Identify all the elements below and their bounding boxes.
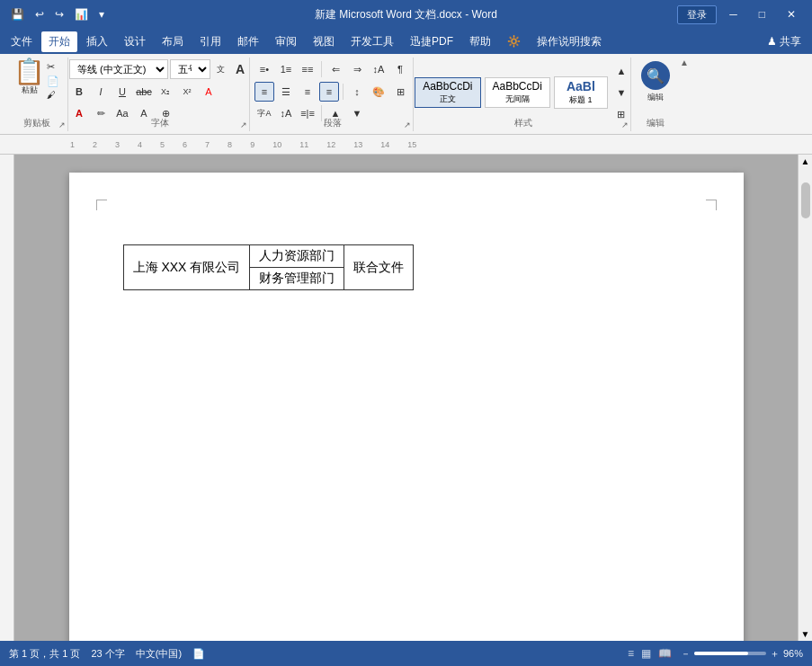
subscript-button[interactable]: X₂ <box>156 82 175 102</box>
copy-button[interactable]: 📄 <box>47 75 59 87</box>
line-spacing-btn[interactable]: ↕ <box>347 82 367 102</box>
styles-expand-btn[interactable]: ↗ <box>621 120 629 129</box>
restore-button[interactable]: □ <box>750 4 774 24</box>
search-button[interactable]: 🔍 <box>641 61 670 90</box>
document-area: 上海 XXX 有限公司 人力资源部门 财务管理部门 联合文件 ▲ ▼ <box>0 155 812 641</box>
wen-btn[interactable]: 文 <box>212 59 228 79</box>
borders-btn[interactable]: ⊞ <box>390 82 410 102</box>
clipboard-expand[interactable]: ↗ <box>58 120 66 129</box>
shading-btn[interactable]: 🎨 <box>369 82 388 102</box>
menu-insert[interactable]: 插入 <box>79 31 115 52</box>
menu-design[interactable]: 设计 <box>117 31 153 52</box>
zoom-in-btn[interactable]: ＋ <box>770 647 780 661</box>
scrollbar-thumb[interactable] <box>801 182 810 218</box>
scrollbar-right[interactable]: ▲ ▼ <box>798 155 812 641</box>
language: 中文(中国) <box>136 647 182 661</box>
paragraph-expand[interactable]: ↗ <box>404 120 411 129</box>
align-right-btn[interactable]: ≡ <box>298 82 317 102</box>
ribbon-group-styles: AaBbCcDi 正文 AaBbCcDi 无间隔 AaBl 标题 1 ▲ ▼ <box>415 58 631 131</box>
format-painter-button[interactable]: 🖌 <box>47 90 59 100</box>
view-mode-buttons: ≡ ▦ 📖 <box>626 645 674 662</box>
table-cell-joint[interactable]: 联合文件 <box>344 245 414 290</box>
decrease-indent-btn[interactable]: ⇐ <box>326 59 345 79</box>
font-grow-btn[interactable]: A <box>230 59 250 79</box>
menu-help[interactable]: 帮助 <box>462 31 498 52</box>
font-expand[interactable]: ↗ <box>240 120 247 129</box>
styles-scroll-down[interactable]: ▼ <box>611 83 631 102</box>
menu-home[interactable]: 开始 <box>41 31 77 52</box>
table-cell-finance[interactable]: 财务管理部门 <box>250 268 344 289</box>
table-cell-departments[interactable]: 人力资源部门 财务管理部门 <box>250 245 344 290</box>
table-cell-company[interactable]: 上海 XXX 有限公司 <box>123 245 250 290</box>
save-icon[interactable]: 💾 <box>7 6 28 22</box>
superscript-button[interactable]: X² <box>177 82 197 102</box>
clear-format-button[interactable]: A <box>199 82 219 102</box>
align-center-btn[interactable]: ☰ <box>276 82 296 102</box>
bullets-btn[interactable]: ≡• <box>254 59 274 79</box>
ribbon: 📋 粘贴 ✂ 📄 🖌 剪贴板 ↗ 等线 (中文正文) <box>0 54 812 135</box>
menu-light-icon[interactable]: 🔆 <box>500 32 528 50</box>
underline-button[interactable]: U <box>112 82 132 102</box>
style-no-spacing[interactable]: AaBbCcDi 无间隔 <box>485 77 550 108</box>
menu-share[interactable]: ♟ 共享 <box>760 31 808 52</box>
bold-button[interactable]: B <box>69 82 89 102</box>
zoom-slider[interactable]: － ＋ 96% <box>681 647 803 661</box>
zoom-out-btn[interactable]: － <box>681 647 691 661</box>
font-name-select[interactable]: 等线 (中文正文) <box>69 59 168 79</box>
show-marks-btn[interactable]: ¶ <box>390 59 410 79</box>
doc-icon: 📄 <box>192 648 205 660</box>
align-left-btn[interactable]: ≡ <box>254 82 274 102</box>
zoom-level: 96% <box>783 648 803 659</box>
status-right: ≡ ▦ 📖 － ＋ 96% <box>626 645 803 662</box>
menu-search[interactable]: 操作说明搜索 <box>530 31 609 52</box>
web-view-btn[interactable]: ▦ <box>639 645 653 662</box>
style-heading1[interactable]: AaBl 标题 1 <box>554 76 608 109</box>
undo-icon[interactable]: ↩ <box>31 6 48 22</box>
menu-mail[interactable]: 邮件 <box>230 31 266 52</box>
read-view-btn[interactable]: 📖 <box>656 645 674 662</box>
document-page[interactable]: 上海 XXX 有限公司 人力资源部门 财务管理部门 联合文件 <box>69 173 744 641</box>
menu-review[interactable]: 审阅 <box>268 31 304 52</box>
print-view-btn[interactable]: ≡ <box>626 645 636 662</box>
document-table[interactable]: 上海 XXX 有限公司 人力资源部门 财务管理部门 联合文件 <box>123 244 415 290</box>
italic-button[interactable]: I <box>91 82 111 102</box>
redo-icon[interactable]: ↪ <box>51 6 67 22</box>
login-button[interactable]: 登录 <box>677 5 717 24</box>
styles-gallery: AaBbCcDi 正文 AaBbCcDi 无间隔 AaBl 标题 1 ▲ ▼ <box>415 61 631 124</box>
ribbon-collapse-btn[interactable]: ▲ <box>680 58 692 67</box>
title-bar-left: 💾 ↩ ↪ 📊 ▾ <box>7 6 108 22</box>
menu-references[interactable]: 引用 <box>192 31 228 52</box>
menu-layout[interactable]: 布局 <box>155 31 191 52</box>
strikethrough-button[interactable]: abc <box>134 82 154 102</box>
ribbon-group-clipboard: 📋 粘贴 ✂ 📄 🖌 剪贴板 ↗ <box>5 58 68 131</box>
zoom-fill <box>694 652 748 655</box>
style-normal[interactable]: AaBbCcDi 正文 <box>415 77 480 108</box>
status-bar: 第 1 页，共 1 页 23 个字 中文(中国) 📄 ≡ ▦ 📖 － ＋ 96% <box>0 641 812 666</box>
justify-btn[interactable]: ≡ <box>319 82 339 102</box>
table-cell-hr[interactable]: 人力资源部门 <box>250 245 344 268</box>
menu-file[interactable]: 文件 <box>4 31 40 52</box>
paste-button[interactable]: 📋 粘贴 <box>13 59 45 96</box>
font-size-select[interactable]: 五号 <box>170 59 210 79</box>
custom-icon[interactable]: 📊 <box>71 6 92 22</box>
styles-scroll-up[interactable]: ▲ <box>611 61 631 81</box>
page-count: 第 1 页，共 1 页 <box>9 647 80 661</box>
scroll-down-btn[interactable]: ▼ <box>799 627 812 641</box>
numbering-btn[interactable]: 1≡ <box>276 59 296 79</box>
zoom-track[interactable] <box>694 652 766 655</box>
increase-indent-btn[interactable]: ⇒ <box>347 59 367 79</box>
paragraph-label: 段落 <box>252 117 413 129</box>
sort-btn[interactable]: ↕A <box>369 59 388 79</box>
menu-devtools[interactable]: 开发工具 <box>344 31 401 52</box>
qa-dropdown-icon[interactable]: ▾ <box>95 6 108 22</box>
page-container[interactable]: 上海 XXX 有限公司 人力资源部门 财务管理部门 联合文件 <box>14 155 798 641</box>
cut-button[interactable]: ✂ <box>47 61 59 73</box>
scroll-up-btn[interactable]: ▲ <box>799 155 812 168</box>
minimize-button[interactable]: ─ <box>720 4 746 24</box>
menu-pdf[interactable]: 迅捷PDF <box>403 31 460 52</box>
close-button[interactable]: ✕ <box>778 4 805 24</box>
menu-view[interactable]: 视图 <box>306 31 342 52</box>
corner-mark-tr <box>706 200 717 210</box>
multilevel-btn[interactable]: ≡≡ <box>298 59 317 79</box>
styles-label: 样式 <box>415 117 630 129</box>
